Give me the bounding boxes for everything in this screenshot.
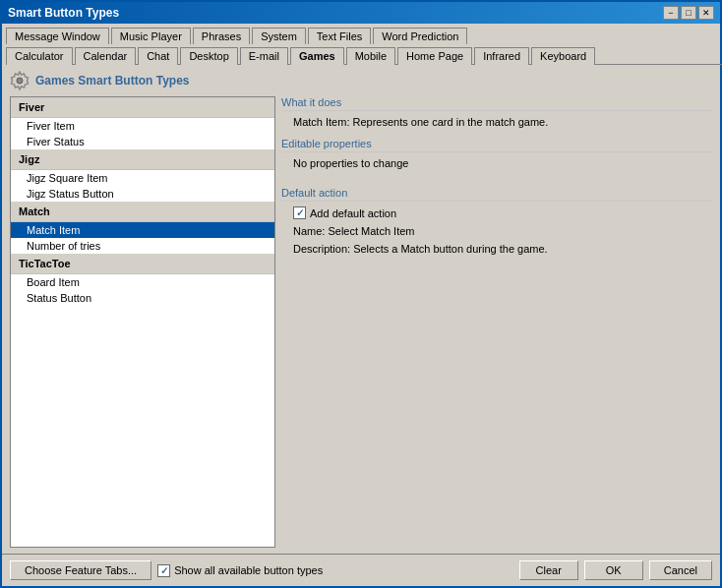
tabs-row-2: Calculator Calendar Chat Desktop E-mail …: [2, 43, 720, 64]
tab-keyboard[interactable]: Keyboard: [531, 47, 595, 65]
group-header-jigz: Jigz: [11, 149, 274, 170]
window-title: Smart Button Types: [8, 6, 119, 20]
group-header-fiver: Fiver: [11, 97, 274, 118]
clear-button[interactable]: Clear: [519, 560, 578, 580]
tab-games[interactable]: Games: [290, 47, 344, 65]
maximize-button[interactable]: □: [681, 6, 696, 20]
what-it-does-section: What it does Match Item: Represents one …: [281, 96, 712, 130]
checkmark-icon: ✓: [296, 207, 304, 218]
action-name: Name: Select Match Item: [293, 223, 700, 241]
choose-feature-tabs-button[interactable]: Choose Feature Tabs...: [10, 560, 151, 580]
editable-properties-label: Editable properties: [281, 138, 712, 152]
what-it-does-text: Match Item: Represents one card in the m…: [281, 114, 712, 130]
editable-properties-section: Editable properties No properties to cha…: [281, 138, 712, 171]
default-action-section: Default action ✓ Add default action Name…: [281, 187, 712, 260]
right-panel: What it does Match Item: Represents one …: [281, 96, 712, 548]
title-bar-buttons: − □ ✕: [663, 6, 714, 20]
tab-chat[interactable]: Chat: [138, 47, 178, 65]
tab-calendar[interactable]: Calendar: [75, 47, 137, 65]
bottom-bar: Choose Feature Tabs... ✓ Show all availa…: [2, 554, 720, 586]
title-bar: Smart Button Types − □ ✕: [2, 2, 720, 24]
section-header: Games Smart Button Types: [10, 71, 712, 90]
content-area: Games Smart Button Types Fiver Fiver Ite…: [2, 65, 720, 554]
show-all-checkmark-icon: ✓: [160, 565, 168, 576]
group-header-tictactoe: TicTacToe: [11, 254, 274, 274]
tab-infrared[interactable]: Infrared: [474, 47, 529, 65]
tab-message-window[interactable]: Message Window: [6, 28, 109, 44]
left-panel[interactable]: Fiver Fiver Item Fiver Status Jigz Jigz …: [10, 96, 275, 548]
smart-button-types-window: Smart Button Types − □ ✕ Message Window …: [0, 0, 722, 588]
action-details: Name: Select Match Item Description: Sel…: [281, 221, 712, 260]
show-all-label: Show all available button types: [174, 564, 323, 576]
tab-music-player[interactable]: Music Player: [111, 28, 191, 44]
list-item-jigz-status-button[interactable]: Jigz Status Button: [11, 186, 274, 202]
tab-mobile[interactable]: Mobile: [346, 47, 395, 65]
tab-calculator[interactable]: Calculator: [6, 47, 73, 65]
list-item-fiver-item[interactable]: Fiver Item: [11, 118, 274, 134]
default-action-label: Default action: [281, 187, 712, 202]
tab-home-page[interactable]: Home Page: [397, 47, 472, 65]
close-button[interactable]: ✕: [698, 6, 714, 20]
bottom-bar-left: Choose Feature Tabs... ✓ Show all availa…: [10, 560, 511, 580]
list-item-number-of-tries[interactable]: Number of tries: [11, 238, 274, 254]
what-it-does-label: What it does: [281, 96, 712, 111]
bottom-bar-right: Clear OK Cancel: [519, 560, 712, 580]
ok-button[interactable]: OK: [584, 560, 643, 580]
tab-text-files[interactable]: Text Files: [308, 28, 371, 44]
list-item-board-item[interactable]: Board Item: [11, 274, 274, 290]
editable-properties-text: No properties to change: [281, 155, 712, 171]
tab-desktop[interactable]: Desktop: [180, 47, 237, 65]
add-default-action-row: ✓ Add default action: [281, 205, 712, 221]
tabs-row-1: Message Window Music Player Phrases Syst…: [2, 24, 720, 43]
list-item-jigz-square-item[interactable]: Jigz Square Item: [11, 170, 274, 186]
show-all-checkbox[interactable]: ✓: [157, 564, 170, 577]
tab-system[interactable]: System: [252, 28, 306, 44]
list-item-status-button[interactable]: Status Button: [11, 290, 274, 306]
list-item-fiver-status[interactable]: Fiver Status: [11, 134, 274, 149]
list-item-match-item[interactable]: Match Item: [11, 222, 274, 238]
action-description: Description: Selects a Match button duri…: [293, 241, 700, 259]
tab-phrases[interactable]: Phrases: [193, 28, 250, 44]
gear-icon: [10, 71, 30, 90]
group-header-match: Match: [11, 202, 274, 222]
svg-point-0: [17, 78, 23, 84]
minimize-button[interactable]: −: [663, 6, 679, 20]
add-default-action-checkbox[interactable]: ✓: [293, 206, 306, 219]
cancel-button[interactable]: Cancel: [649, 560, 712, 580]
add-default-action-label: Add default action: [310, 207, 396, 219]
show-all-row: ✓ Show all available button types: [157, 564, 323, 577]
tab-word-prediction[interactable]: Word Prediction: [373, 28, 467, 44]
section-title: Games Smart Button Types: [35, 74, 189, 88]
tab-email[interactable]: E-mail: [240, 47, 288, 65]
main-panel: Fiver Fiver Item Fiver Status Jigz Jigz …: [10, 96, 712, 548]
